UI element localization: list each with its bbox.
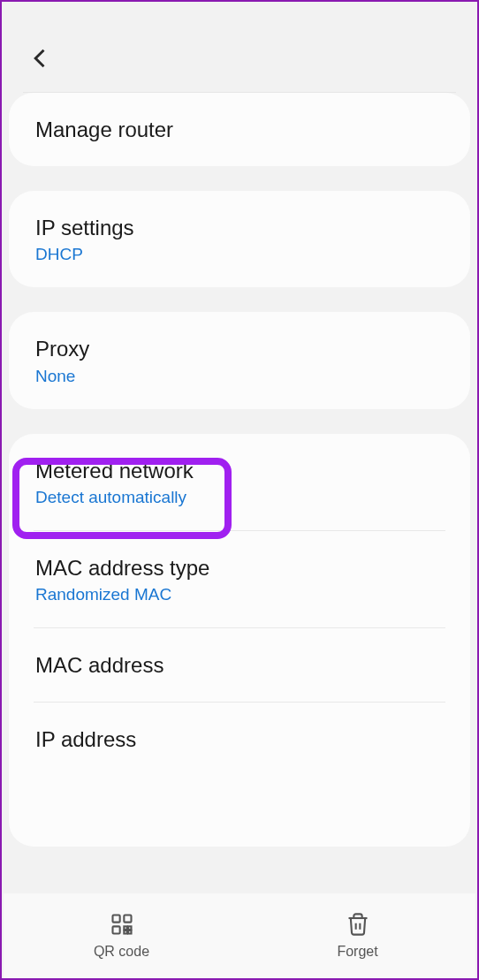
manage-router-item[interactable]: Manage router <box>9 93 470 166</box>
qr-code-button[interactable]: QR code <box>4 893 240 978</box>
svg-rect-4 <box>128 931 132 934</box>
back-icon[interactable] <box>28 58 53 73</box>
trash-icon <box>346 912 370 940</box>
ip-address-item[interactable]: IP address <box>9 703 470 776</box>
bottom-bar: QR code Forget <box>4 893 475 978</box>
mac-address-type-item[interactable]: MAC address type Randomized MAC <box>9 531 470 627</box>
svg-rect-3 <box>124 926 127 930</box>
ip-settings-value: DHCP <box>35 245 444 264</box>
mac-address-title: MAC address <box>35 651 444 679</box>
metered-network-value: Detect automatically <box>35 488 444 507</box>
ip-address-title: IP address <box>35 726 444 753</box>
qr-code-icon <box>110 912 134 940</box>
ip-settings-item[interactable]: IP settings DHCP <box>9 191 470 287</box>
proxy-value: None <box>35 367 444 386</box>
proxy-item[interactable]: Proxy None <box>9 312 470 408</box>
svg-rect-5 <box>124 931 127 934</box>
proxy-card: Proxy None <box>9 312 470 408</box>
qr-code-label: QR code <box>94 944 149 960</box>
metered-network-title: Metered network <box>35 457 444 484</box>
network-details-card: Metered network Detect automatically MAC… <box>9 434 470 847</box>
svg-rect-6 <box>128 926 132 930</box>
svg-rect-2 <box>112 926 119 933</box>
manage-router-title: Manage router <box>35 116 444 143</box>
svg-rect-0 <box>112 915 119 923</box>
forget-label: Forget <box>337 944 377 960</box>
svg-rect-1 <box>124 915 131 923</box>
manage-router-card: Manage router <box>9 93 470 166</box>
ip-settings-card: IP settings DHCP <box>9 191 470 287</box>
metered-network-item[interactable]: Metered network Detect automatically <box>9 434 470 530</box>
mac-address-type-value: Randomized MAC <box>35 585 444 604</box>
ip-settings-title: IP settings <box>35 214 444 241</box>
mac-address-item[interactable]: MAC address <box>9 628 470 702</box>
forget-button[interactable]: Forget <box>240 893 475 978</box>
proxy-title: Proxy <box>35 335 444 362</box>
mac-address-type-title: MAC address type <box>35 554 444 581</box>
